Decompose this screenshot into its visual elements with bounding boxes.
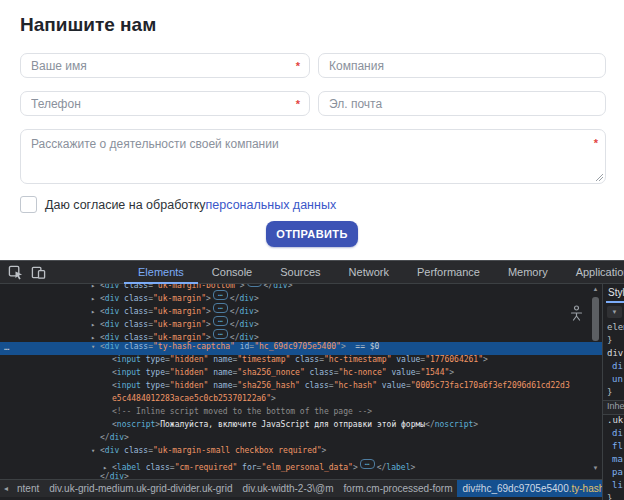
expand-arrow-icon[interactable]: ▸ [91, 295, 100, 303]
scroll-up-icon[interactable]: ▲ [590, 286, 601, 292]
devtools-tab-performance[interactable]: Performance [403, 261, 494, 284]
code-token: Пожалуйста, включите JavaScript для отпр… [160, 420, 425, 429]
devtools-tab-sources[interactable]: Sources [266, 261, 334, 284]
breadcrumb-item[interactable]: div.uk-grid-medium.uk-grid-divider.uk-gr… [44, 480, 237, 498]
breadcrumb-item[interactable]: ntent [12, 480, 44, 498]
styles-tab[interactable]: Styl [608, 287, 624, 298]
tree-scrollbar[interactable]: ▲ ▼ [590, 284, 601, 479]
code-token: value [391, 355, 420, 364]
dom-tree-row[interactable]: ▸<div class="uk-margin">…</div> [0, 303, 602, 316]
scrollbar-thumb[interactable] [592, 297, 599, 341]
code-token: div [105, 307, 119, 316]
code-token: class [290, 355, 319, 364]
device-toolbar-icon[interactable] [31, 264, 46, 281]
scroll-down-icon[interactable]: ▼ [590, 465, 601, 471]
code-token: </ [377, 463, 387, 472]
consent-checkbox[interactable] [20, 196, 37, 213]
styles-rule-row[interactable]: ma [603, 454, 624, 467]
code-token: </ [425, 420, 435, 429]
inspect-element-icon[interactable] [8, 264, 23, 281]
expand-arrow-icon[interactable]: ▸ [91, 308, 100, 316]
dom-tree-row[interactable]: ▸<div class="uk-margin">…</div> [0, 329, 602, 342]
expand-children-pill[interactable]: … [213, 303, 228, 313]
dom-tree-row[interactable]: ▸<div class="uk-margin">…</div> [0, 290, 602, 303]
breadcrumb-item[interactable]: form.cm-processed-form [339, 480, 458, 498]
code-token: "timestamp" [237, 355, 290, 364]
personal-data-link[interactable]: персональных данных [206, 198, 337, 212]
devtools-tab-console[interactable]: Console [198, 261, 266, 284]
expand-children-pill[interactable]: … [213, 316, 228, 326]
collapse-arrow-icon[interactable]: ▾ [91, 447, 100, 455]
devtools-tab-memory[interactable]: Memory [494, 261, 562, 284]
dom-tree-row[interactable]: ▸<div class="uk-margin">…</div> [0, 316, 602, 329]
styles-rule-row[interactable]: } [603, 493, 624, 500]
expand-arrow-icon[interactable]: ▸ [91, 321, 100, 329]
devtools-tab-network[interactable]: Network [335, 261, 403, 284]
row-options-dots[interactable]: … [4, 342, 10, 352]
code-token: > [206, 307, 211, 316]
email-input[interactable] [318, 91, 606, 116]
textarea-resize-handle[interactable] [595, 173, 603, 181]
code-token: input [117, 381, 141, 390]
dom-tree-row[interactable]: <input type="hidden" name="sha256_nonce"… [0, 368, 602, 381]
company-input[interactable] [318, 53, 606, 78]
styles-rule-row[interactable]: pa [603, 467, 624, 480]
code-token: "hc-nonce" [338, 368, 386, 377]
expand-children-pill[interactable]: … [213, 329, 228, 339]
breadcrumb-item-selected[interactable]: div#hc_69dc9705e5400.ty-hash-captcha [457, 480, 602, 498]
submit-button[interactable]: ОТПРАВИТЬ [266, 221, 358, 247]
styles-rule-row[interactable]: di [603, 361, 624, 374]
code-token: class [119, 320, 148, 329]
code-token: > [124, 433, 129, 442]
message-textarea[interactable] [20, 129, 606, 184]
code-token: > [124, 472, 129, 479]
styles-rule-row[interactable]: } [603, 335, 624, 348]
dom-tree-row[interactable]: ▸<label class="cm-required" for="elm_per… [0, 459, 602, 472]
code-token: > [473, 420, 478, 429]
dom-tree-row[interactable]: ▾<div class="uk-margin-small checkbox re… [0, 446, 602, 459]
dom-tree-row[interactable]: <input type="hidden" name="sha256_hash" … [0, 381, 602, 394]
dom-tree-row[interactable]: </div> [0, 433, 602, 446]
code-token: div [105, 446, 119, 455]
dom-tree-row[interactable]: e5c4484012283acae5c0cb25370122a6"> [0, 394, 602, 407]
accessibility-person-icon[interactable] [570, 305, 583, 325]
styles-rule-row[interactable]: fl [603, 441, 624, 454]
collapse-arrow-icon[interactable]: ▾ [91, 343, 100, 351]
styles-rule-row[interactable]: elem [603, 322, 624, 335]
breadcrumb-item[interactable]: div.uk-width-2-3\@m [237, 480, 338, 498]
code-token: > [206, 320, 211, 329]
phone-input[interactable] [20, 91, 310, 116]
styles-rule-row[interactable]: div [603, 348, 624, 361]
styles-rule-row[interactable]: } [603, 387, 624, 400]
code-token: > [322, 446, 327, 455]
expand-children-pill[interactable]: … [360, 459, 375, 469]
expand-arrow-icon[interactable]: ▸ [91, 334, 100, 342]
consent-row: Даю согласие на обработку персональных д… [20, 196, 336, 213]
dom-tree-row[interactable]: <!-- Inline script moved to the bottom o… [0, 407, 602, 420]
code-token: > [254, 320, 259, 329]
code-token: id [235, 342, 249, 351]
dom-tree-row[interactable]: <input type="hidden" name="timestamp" cl… [0, 355, 602, 368]
dom-tree-row[interactable]: <noscript>Пожалуйста, включите JavaScrip… [0, 420, 602, 433]
page-title: Напишите нам [20, 14, 156, 36]
breadcrumb-scroll-left-icon[interactable]: ◂ [0, 484, 12, 493]
name-input[interactable] [20, 53, 310, 78]
styles-rule-row[interactable]: Inher [603, 400, 624, 415]
elements-tree: ▸<div class="uk-margin-bottom">…</div>▸<… [0, 284, 602, 479]
dom-tree-row[interactable]: </div> [0, 472, 602, 479]
code-token: div [239, 333, 253, 342]
devtools-tab-application[interactable]: Application [562, 261, 624, 284]
styles-rule-row[interactable]: li [603, 480, 624, 493]
expand-children-pill[interactable]: … [247, 284, 262, 287]
code-token: value [377, 381, 406, 390]
expand-children-pill[interactable]: … [213, 290, 228, 300]
expand-arrow-icon[interactable]: ▸ [103, 464, 112, 472]
code-token: div [105, 320, 119, 329]
devtools-tab-elements[interactable]: Elements [124, 261, 198, 284]
styles-rule-row[interactable]: di [603, 428, 624, 441]
styles-rule-row[interactable]: .uk- [603, 415, 624, 428]
breadcrumb-part: #hc_69dc9705e5400 [475, 483, 568, 494]
dom-tree-row-selected[interactable]: …▾<div class="ty-hash-captcha" id="hc_69… [0, 342, 602, 355]
styles-rule-row[interactable]: un [603, 374, 624, 387]
styles-filter-icon[interactable]: ▼ [607, 306, 622, 318]
